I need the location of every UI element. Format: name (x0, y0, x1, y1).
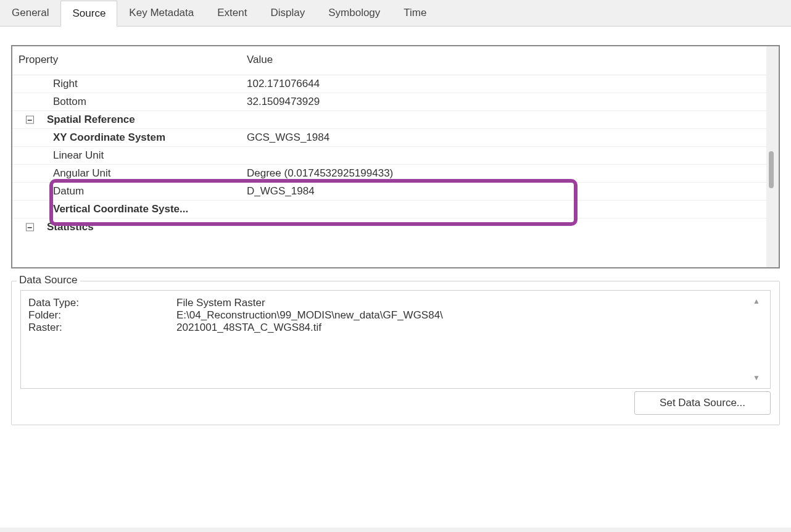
cell-datum-label: Datum (12, 183, 241, 201)
collapse-icon[interactable]: − (26, 116, 34, 124)
row-linear-unit[interactable]: Linear Unit (12, 147, 766, 165)
cell-spatial-reference-value (241, 111, 766, 129)
cell-xy-cs-value: GCS_WGS_1984 (241, 129, 766, 147)
cell-linear-unit-label: Linear Unit (12, 147, 241, 165)
ds-folder-label: Folder: (28, 309, 176, 322)
cell-right-label: Right (12, 75, 241, 93)
row-statistics[interactable]: − Statistics (12, 218, 766, 236)
property-scrollbar[interactable] (766, 46, 779, 267)
row-vertical-cs[interactable]: Vertical Coordinate Syste... (12, 201, 766, 218)
ds-row-folder: Folder: E:\04_Reconstruction\99_MODIS\ne… (28, 309, 750, 322)
tab-general[interactable]: General (0, 0, 60, 26)
spatial-reference-text: Spatial Reference (47, 114, 135, 125)
col-header-value: Value (241, 46, 766, 75)
row-xy-cs[interactable]: XY Coordinate System GCS_WGS_1984 (12, 129, 766, 147)
ds-row-raster: Raster: 2021001_48STA_C_WGS84.tif (28, 322, 750, 334)
set-data-source-button[interactable]: Set Data Source... (634, 391, 771, 415)
row-datum[interactable]: Datum D_WGS_1984 (12, 183, 766, 201)
tab-source[interactable]: Source (60, 1, 117, 27)
cell-spatial-reference-label: − Spatial Reference (12, 111, 241, 129)
cell-statistics-value (241, 218, 766, 236)
statistics-text: Statistics (47, 221, 94, 233)
cell-statistics-label: − Statistics (12, 218, 241, 236)
source-tab-content: Property Value Right 102.171076644 Botto… (0, 27, 791, 528)
ds-data-type-value: File System Raster (176, 297, 265, 309)
data-source-fieldset: Data Source Data Type: File System Raste… (11, 281, 780, 425)
ds-raster-label: Raster: (28, 322, 176, 334)
tab-key-metadata[interactable]: Key Metadata (117, 0, 205, 26)
row-bottom[interactable]: Bottom 32.1509473929 (12, 93, 766, 111)
cell-vertical-cs-label: Vertical Coordinate Syste... (12, 201, 241, 218)
row-right[interactable]: Right 102.171076644 (12, 75, 766, 93)
collapse-icon[interactable]: − (26, 223, 34, 231)
cell-angular-unit-value: Degree (0.0174532925199433) (241, 165, 766, 183)
tab-time[interactable]: Time (392, 0, 438, 26)
ds-folder-value: E:\04_Reconstruction\99_MODIS\new_data\G… (176, 309, 443, 322)
cell-bottom-value: 32.1509473929 (241, 93, 766, 111)
ds-raster-value: 2021001_48STA_C_WGS84.tif (176, 322, 321, 334)
cell-vertical-cs-value (241, 201, 766, 218)
data-source-box: Data Type: File System Raster Folder: E:… (20, 290, 771, 389)
row-spatial-reference[interactable]: − Spatial Reference (12, 111, 766, 129)
cell-linear-unit-value (241, 147, 766, 165)
cell-bottom-label: Bottom (12, 93, 241, 111)
cell-right-value: 102.171076644 (241, 75, 766, 93)
scroll-down-icon[interactable]: ▼ (753, 373, 760, 382)
data-source-legend: Data Source (17, 274, 80, 286)
tab-symbology[interactable]: Symbology (317, 0, 392, 26)
tab-display[interactable]: Display (259, 0, 317, 26)
scroll-up-icon[interactable]: ▲ (753, 297, 760, 305)
tab-strip: General Source Key Metadata Extent Displ… (0, 0, 791, 27)
data-source-scrollbar[interactable]: ▲ ▼ (750, 297, 763, 382)
ds-row-data-type: Data Type: File System Raster (28, 297, 750, 309)
cell-datum-value: D_WGS_1984 (241, 183, 766, 201)
tab-extent[interactable]: Extent (205, 0, 259, 26)
property-table: Property Value Right 102.171076644 Botto… (12, 46, 766, 236)
property-grid-panel: Property Value Right 102.171076644 Botto… (11, 45, 780, 268)
ds-data-type-label: Data Type: (28, 297, 176, 309)
row-angular-unit[interactable]: Angular Unit Degree (0.0174532925199433) (12, 165, 766, 183)
cell-angular-unit-label: Angular Unit (12, 165, 241, 183)
col-header-property: Property (12, 46, 241, 75)
scroll-thumb[interactable] (769, 151, 774, 188)
cell-xy-cs-label: XY Coordinate System (12, 129, 241, 147)
